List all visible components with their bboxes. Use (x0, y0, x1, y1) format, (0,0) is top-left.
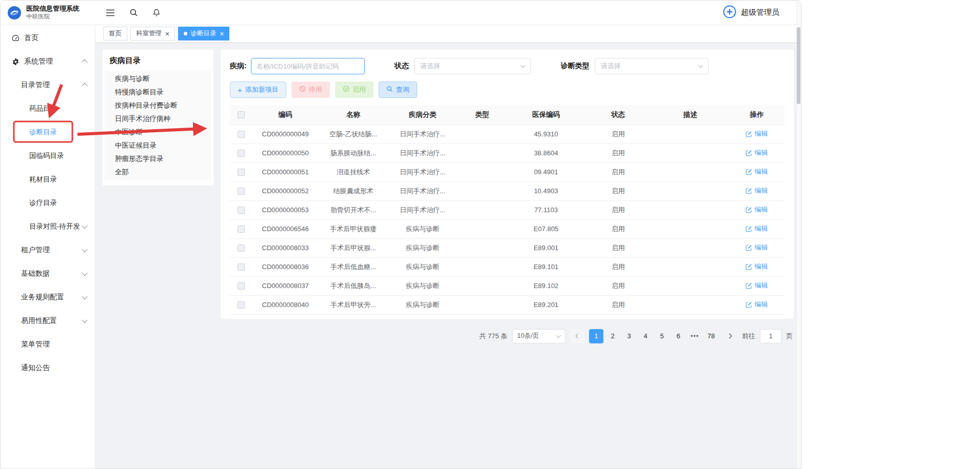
cell-insurance_code: 09.4901 (507, 162, 584, 181)
sidebar-item-tenant-management[interactable]: 租户管理 (1, 238, 95, 262)
search-icon[interactable] (129, 8, 138, 17)
page-button-78[interactable]: 78 (704, 329, 718, 343)
table-card: 疾病: 状态 请选择 诊断类型 请选择 (221, 50, 794, 319)
tab-dept-management[interactable]: 科室管理× (130, 27, 175, 40)
catalog-list-item[interactable]: 日间手术治疗病种 (105, 112, 211, 126)
close-icon[interactable]: × (220, 30, 224, 37)
sidebar-item-catalog-management[interactable]: 目录管理 (1, 73, 95, 97)
edit-button[interactable]: 编辑 (746, 224, 768, 233)
diagnosis-type-select[interactable]: 请选择 (595, 58, 709, 74)
sidebar-item-diagnosis-catalog[interactable]: 诊断目录 (1, 120, 95, 144)
close-icon[interactable]: × (165, 30, 169, 37)
sidebar-item-consumable-catalog[interactable]: 耗材目录 (1, 168, 95, 191)
edit-button[interactable]: 编辑 (746, 129, 768, 138)
row-checkbox[interactable] (238, 282, 245, 290)
page-size-select[interactable]: 10条/页 (512, 329, 565, 343)
cell-type (457, 181, 507, 200)
user-menu[interactable]: 超级管理员 (723, 5, 801, 21)
row-checkbox[interactable] (238, 131, 245, 138)
cell-action: 编辑 (729, 144, 785, 162)
row-checkbox[interactable] (238, 263, 245, 271)
edit-button[interactable]: 编辑 (746, 205, 768, 214)
sidebar-item-drug-catalog[interactable]: 药品目录 (1, 97, 95, 120)
sidebar-item-treatment-catalog[interactable]: 诊疗目录 (1, 191, 95, 215)
goto-page-input[interactable] (760, 329, 781, 343)
diagnosis-type-select-value: 请选择 (601, 62, 621, 71)
page-button-3[interactable]: 3 (622, 329, 636, 343)
edit-button[interactable]: 编辑 (746, 262, 768, 271)
catalog-list-item[interactable]: 中医诊断 (105, 126, 211, 139)
pagination-more-button[interactable]: ••• (688, 329, 702, 343)
status-select[interactable]: 请选择 (414, 58, 531, 74)
edit-button[interactable]: 编辑 (746, 281, 768, 290)
prev-page-button[interactable] (570, 329, 584, 343)
edit-icon (746, 226, 752, 232)
cell-code: CD0000000050 (252, 144, 319, 162)
page-number-list: 123456•••78 (589, 329, 718, 343)
collapse-menu-icon[interactable] (106, 9, 115, 16)
select-all-checkbox[interactable] (238, 111, 245, 118)
catalog-list-item[interactable]: 按病种目录付费诊断 (105, 99, 211, 112)
catalog-list-item[interactable]: 全部 (105, 166, 211, 179)
page-button-4[interactable]: 4 (638, 329, 653, 343)
pagination: 共 775 条 10条/页 123456•••78 前往 (221, 329, 794, 343)
catalog-list-item[interactable]: 肿瘤形态学目录 (105, 152, 211, 166)
table-row: CD0000000049空肠-乙状结肠...日间手术治疗...45.9310启用… (230, 125, 785, 144)
sidebar-item-catalog-mapping[interactable]: 目录对照-待开发 (1, 215, 95, 238)
add-item-button[interactable]: + 添加新项目 (230, 81, 286, 98)
page-button-5[interactable]: 5 (655, 329, 669, 343)
row-checkbox[interactable] (238, 226, 245, 233)
disease-search-input[interactable] (251, 58, 365, 74)
catalog-list-item[interactable]: 特慢病诊断目录 (105, 86, 211, 99)
disable-button[interactable]: 停用 (291, 81, 330, 98)
edit-button[interactable]: 编辑 (746, 186, 768, 195)
row-check-cell (230, 162, 252, 181)
page-button-6[interactable]: 6 (671, 329, 685, 343)
notification-bell-icon[interactable] (152, 8, 161, 17)
cell-name: 手术后低胰岛... (319, 276, 388, 295)
cell-description (652, 125, 729, 144)
enable-button[interactable]: 启用 (335, 81, 374, 98)
edit-button-label: 编辑 (754, 129, 768, 138)
edit-button-label: 编辑 (754, 167, 768, 176)
edit-button-label: 编辑 (754, 262, 768, 271)
cell-status: 启用 (585, 144, 652, 162)
sidebar-item-menu-management[interactable]: 菜单管理 (1, 333, 95, 356)
edit-button-label: 编辑 (754, 186, 768, 195)
row-checkbox[interactable] (238, 207, 245, 214)
row-checkbox[interactable] (238, 169, 245, 176)
row-check-cell (230, 125, 252, 144)
sidebar-item-label: 目录管理 (21, 80, 50, 90)
sidebar-item-national-code-catalog[interactable]: 国临码目录 (1, 144, 95, 168)
catalog-list-item[interactable]: 中医证候目录 (105, 139, 211, 152)
sidebar-item-system-management[interactable]: 系统管理 (1, 50, 95, 73)
page-button-2[interactable]: 2 (605, 329, 620, 343)
sidebar-item-notice[interactable]: 通知公告 (1, 356, 95, 380)
edit-button[interactable]: 编辑 (746, 300, 768, 309)
query-button[interactable]: 查询 (379, 81, 417, 98)
edit-button-label: 编辑 (754, 281, 768, 290)
page-button-1[interactable]: 1 (589, 329, 603, 343)
sidebar-item-home[interactable]: 首页 (1, 26, 95, 50)
select-all-cell (230, 105, 252, 125)
row-checkbox[interactable] (238, 301, 245, 309)
sidebar-item-usability-config[interactable]: 易用性配置 (1, 309, 95, 333)
tab-home[interactable]: 首页 (103, 27, 127, 40)
row-checkbox[interactable] (238, 150, 245, 157)
cell-type (457, 162, 507, 181)
chevron-right-icon (727, 334, 732, 339)
cell-insurance_code: 38.8604 (507, 144, 584, 162)
edit-button[interactable]: 编辑 (746, 167, 768, 176)
sidebar-item-basic-data[interactable]: 基础数据 (1, 262, 95, 286)
sidebar-item-business-rules[interactable]: 业务规则配置 (1, 286, 95, 309)
catalog-list-item[interactable]: 疾病与诊断 (105, 72, 211, 86)
edit-button[interactable]: 编辑 (746, 148, 768, 157)
next-page-button[interactable] (723, 329, 737, 343)
sidebar: 首页系统管理目录管理药品目录诊断目录国临码目录耗材目录诊疗目录目录对照-待开发租… (1, 25, 95, 469)
tab-diagnosis-catalog[interactable]: 诊断目录× (178, 27, 229, 40)
row-checkbox[interactable] (238, 244, 245, 252)
scrollbar-thumb[interactable] (797, 27, 800, 104)
row-checkbox[interactable] (238, 188, 245, 195)
edit-button[interactable]: 编辑 (746, 243, 768, 252)
cell-insurance_code: E89.201 (507, 295, 584, 314)
